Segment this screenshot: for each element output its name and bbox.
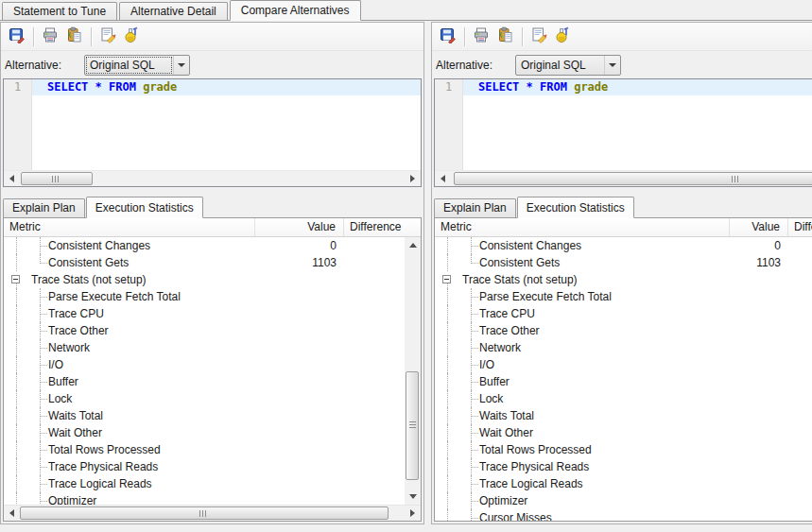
editor-horizontal-scrollbar[interactable]	[4, 170, 421, 186]
column-header-difference[interactable]: Difference	[344, 218, 421, 236]
tab-execution-statistics[interactable]: Execution Statistics	[517, 197, 634, 218]
metric-row[interactable]: Network	[435, 339, 812, 356]
metric-row[interactable]: Lock	[4, 390, 405, 407]
difference-cell	[344, 407, 405, 424]
editor-table-splitter[interactable]	[1, 187, 423, 196]
metric-row[interactable]: Trace Stats (not setup)	[4, 271, 405, 288]
scroll-down-button[interactable]	[405, 489, 421, 505]
left-sql-editor[interactable]: 1 SELECT * FROM grade	[3, 78, 422, 187]
tree-expander-minus[interactable]	[11, 275, 20, 283]
editor-horizontal-scrollbar[interactable]	[435, 170, 812, 186]
metric-row[interactable]: Parse Execute Fetch Total	[435, 288, 812, 305]
tab-alternative-detail[interactable]: Alternative Detail	[119, 2, 228, 20]
metric-row[interactable]: Parse Execute Fetch Total	[4, 288, 405, 305]
tree-expander-minus[interactable]	[442, 275, 451, 283]
edit-button[interactable]	[95, 26, 120, 48]
tree-trunk-line	[447, 288, 448, 305]
scrollbar-track[interactable]	[451, 171, 812, 187]
scroll-right-button[interactable]	[405, 171, 421, 187]
metric-row[interactable]: Network	[4, 339, 405, 356]
table-horizontal-scrollbar[interactable]	[4, 505, 421, 521]
tree-branch-line	[40, 348, 47, 349]
metric-cell: Wait Other	[435, 424, 730, 441]
tab-execution-statistics[interactable]: Execution Statistics	[86, 197, 203, 218]
column-header-difference[interactable]: Difference	[788, 218, 812, 236]
tab-explain-plan[interactable]: Explain Plan	[3, 198, 85, 217]
metric-row[interactable]: Optimizer	[4, 492, 405, 505]
metric-row[interactable]: Cursor Misses	[435, 509, 812, 521]
metric-row[interactable]: Consistent Gets1103	[435, 254, 812, 271]
scroll-left-button[interactable]	[4, 506, 20, 522]
scroll-left-button[interactable]	[435, 171, 451, 187]
metric-row[interactable]: Trace Physical Reads	[435, 458, 812, 475]
metric-row[interactable]: I/O	[4, 356, 405, 373]
scrollbar-thumb[interactable]	[454, 172, 812, 185]
metric-row[interactable]: Trace CPU	[4, 305, 405, 322]
save-button[interactable]	[5, 26, 29, 48]
edit-button[interactable]	[527, 26, 551, 48]
table-vertical-scrollbar[interactable]	[405, 237, 421, 505]
metric-cell: Trace Stats (not setup)	[435, 271, 730, 288]
scrollbar-track[interactable]	[20, 171, 405, 187]
right-sql-editor[interactable]: 1 SELECT * FROM grade	[434, 78, 812, 187]
scroll-left-button[interactable]	[4, 171, 20, 187]
column-header-value[interactable]: Value	[255, 218, 344, 236]
scrollbar-thumb[interactable]	[21, 172, 93, 185]
scrollbar-track[interactable]	[20, 506, 405, 522]
metric-row[interactable]: Consistent Changes0	[435, 237, 812, 254]
metric-row[interactable]: Optimizer	[435, 492, 812, 509]
dropdown-arrow-button[interactable]	[173, 56, 189, 75]
metric-row[interactable]: Consistent Gets1103	[4, 254, 405, 271]
metric-row[interactable]: Buffer	[4, 373, 405, 390]
print-icon	[473, 26, 490, 46]
metric-row[interactable]: Trace Other	[4, 322, 405, 339]
scroll-right-button[interactable]	[405, 506, 421, 522]
print-button[interactable]	[469, 26, 493, 48]
flask-button[interactable]	[551, 26, 576, 48]
column-header-metric[interactable]: Metric	[4, 218, 255, 236]
metric-row[interactable]: Trace Stats (not setup)	[435, 271, 812, 288]
metric-row[interactable]: Total Rows Processed	[435, 441, 812, 458]
save-button[interactable]	[436, 26, 460, 48]
metric-row[interactable]: Trace CPU	[435, 305, 812, 322]
metric-row[interactable]: Lock	[435, 390, 812, 407]
tab-compare-alternatives[interactable]: Compare Alternatives	[230, 0, 361, 21]
metric-row[interactable]: Trace Physical Reads	[4, 458, 405, 475]
metric-row[interactable]: Wait Other	[435, 424, 812, 441]
value-cell	[255, 441, 344, 458]
metric-row[interactable]: Waits Total	[4, 407, 405, 424]
paste-button[interactable]	[62, 26, 87, 48]
metric-row[interactable]: Wait Other	[4, 424, 405, 441]
editor-table-splitter[interactable]	[432, 187, 812, 196]
metric-row[interactable]: I/O	[435, 356, 812, 373]
value-cell	[730, 424, 788, 441]
metric-cell: Parse Execute Fetch Total	[435, 288, 730, 305]
scrollbar-track[interactable]	[405, 253, 421, 489]
column-header-metric[interactable]: Metric	[435, 218, 730, 236]
tab-explain-plan[interactable]: Explain Plan	[434, 198, 516, 217]
sql-keyword: *	[527, 80, 540, 94]
tab-statement-to-tune[interactable]: Statement to Tune	[2, 2, 117, 20]
print-button[interactable]	[38, 26, 62, 48]
alternative-dropdown[interactable]: Original SQL	[515, 55, 621, 76]
metric-label: Trace Stats (not setup)	[462, 271, 578, 288]
dropdown-arrow-button[interactable]	[604, 56, 620, 75]
metric-row[interactable]: Total Rows Processed	[4, 441, 405, 458]
alternative-dropdown[interactable]: Original SQL	[84, 55, 190, 76]
column-header-value[interactable]: Value	[730, 218, 788, 236]
scrollbar-thumb[interactable]	[406, 371, 419, 480]
metric-cell: Waits Total	[435, 407, 730, 424]
metric-row[interactable]: Waits Total	[435, 407, 812, 424]
metric-row[interactable]: Trace Other	[435, 322, 812, 339]
flask-button[interactable]	[120, 26, 145, 48]
scroll-up-button[interactable]	[405, 237, 421, 253]
paste-button[interactable]	[493, 26, 518, 48]
metric-row[interactable]: Trace Logical Reads	[435, 475, 812, 492]
scrollbar-thumb[interactable]	[20, 506, 389, 520]
panel-splitter[interactable]	[424, 22, 431, 524]
metric-row[interactable]: Trace Logical Reads	[4, 475, 405, 492]
difference-cell	[788, 492, 812, 509]
metric-row[interactable]: Buffer	[435, 373, 812, 390]
metric-row[interactable]: Consistent Changes0	[4, 237, 405, 254]
value-cell	[730, 288, 788, 305]
